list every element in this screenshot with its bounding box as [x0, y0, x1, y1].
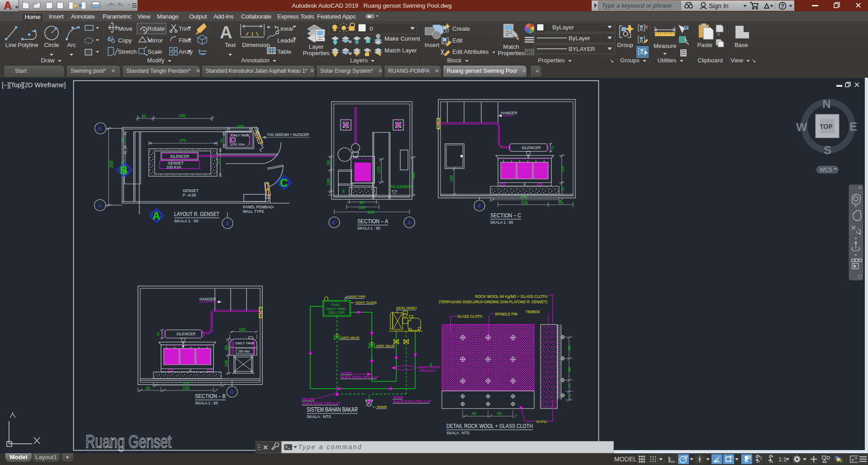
svg-text:INTAKE: INTAKE [341, 371, 352, 375]
svg-text:E: E [849, 120, 857, 133]
svg-text:SIGHT GLASS: SIGHT GLASS [356, 301, 377, 304]
svg-text:W: W [796, 120, 807, 134]
svg-text:90: 90 [360, 200, 364, 205]
svg-text:SKALA : NTS: SKALA : NTS [307, 414, 331, 419]
svg-text:DAILY TANK: DAILY TANK [235, 341, 254, 345]
svg-text:WALL TYPE: WALL TYPE [243, 209, 264, 214]
svg-text:TEMBOK: TEMBOK [526, 310, 540, 314]
svg-text:SECTION – C: SECTION – C [490, 212, 521, 219]
svg-text:A: A [4, 0, 11, 11]
svg-text:40: 40 [472, 411, 476, 416]
svg-text:300: 300 [109, 160, 114, 168]
svg-text:?: ? [781, 3, 784, 9]
svg-text:30: 30 [342, 189, 346, 193]
svg-text:125: 125 [560, 166, 565, 173]
svg-text:100: 100 [411, 172, 416, 179]
svg-text:C: C [280, 177, 288, 189]
svg-text:20: 20 [568, 394, 572, 398]
svg-text:Ruang Genset: Ruang Genset [85, 432, 171, 451]
svg-text:SILENCER: SILENCER [176, 332, 196, 336]
svg-text:40: 40 [567, 346, 572, 351]
svg-text:235: 235 [521, 200, 528, 205]
svg-text:31: 31 [156, 332, 160, 336]
svg-text:MODEL: MODEL [614, 456, 637, 463]
svg-text:250 liter: 250 liter [231, 142, 246, 146]
svg-text:60: 60 [559, 200, 563, 205]
svg-text:235: 235 [183, 386, 190, 390]
svg-text:Type a keyword or phrase: Type a keyword or phrase [602, 2, 672, 9]
svg-text:A: A [152, 210, 160, 222]
svg-text:100: 100 [449, 175, 454, 182]
svg-text:110: 110 [216, 159, 220, 164]
svg-text:4: 4 [230, 389, 233, 395]
svg-text:SECTION – B: SECTION – B [195, 393, 226, 399]
svg-text:S: S [824, 143, 831, 157]
svg-text:DRAIN: DRAIN [377, 405, 387, 409]
svg-text:DIESEL GENSET: DIESEL GENSET [396, 306, 417, 310]
svg-text:ROCK WOOL 64 Kg/M3 + GLASS CLO: ROCK WOOL 64 Kg/M3 + GLASS CLOTH [475, 294, 547, 299]
svg-text:RG.GENSET: RG.GENSET [390, 184, 413, 189]
svg-text:HANGER: HANGER [199, 297, 216, 301]
svg-text:DETAIL ROCK WOOL + GLASS CLOTH: DETAIL ROCK WOOL + GLASS CLOTH [446, 423, 533, 429]
svg-text:60: 60 [142, 114, 146, 118]
svg-text:SKALA 1 : 50: SKALA 1 : 50 [195, 401, 218, 405]
svg-text:SILENCER: SILENCER [522, 146, 541, 150]
svg-text:100: 100 [239, 327, 246, 332]
svg-text:4: 4 [478, 202, 481, 209]
svg-text:WCS: WCS [820, 167, 832, 173]
svg-text:HANGER: HANGER [501, 111, 517, 115]
svg-text:60: 60 [219, 139, 223, 143]
svg-text:GENSET: GENSET [183, 188, 199, 193]
svg-text:(TERPASANG DISELURUH DINDING D: (TERPASANG DISELURUH DINDING DAN PLAFOND… [439, 299, 547, 304]
svg-text:40: 40 [497, 411, 502, 416]
svg-text:GATE VALVE: GATE VALVE [376, 344, 395, 348]
svg-text:270: 270 [180, 138, 186, 143]
svg-text:1:1: 1:1 [778, 456, 787, 463]
svg-text:80: 80 [120, 138, 124, 142]
svg-text:100: 100 [224, 360, 228, 367]
svg-text:SKALA 1 : 50: SKALA 1 : 50 [174, 219, 199, 223]
svg-text:GLASS CLOTH: GLASS CLOTH [457, 314, 482, 319]
svg-text:40: 40 [567, 367, 572, 372]
svg-text:100: 100 [326, 178, 331, 185]
svg-text:110: 110 [359, 205, 365, 210]
svg-text:FAN 1500CMH + SILENCER: FAN 1500CMH + SILENCER [267, 132, 309, 137]
svg-text:A: A [408, 220, 411, 226]
svg-text:100 KVA: 100 KVA [166, 165, 181, 169]
svg-text:A': A' [98, 126, 102, 132]
svg-text:PANEL PEMBAGI: PANEL PEMBAGI [243, 205, 274, 209]
svg-text:A: A [98, 202, 102, 209]
svg-text:DAILY TANK: DAILY TANK [231, 133, 249, 137]
svg-text:250 liter: 250 liter [238, 349, 250, 353]
svg-text:SISTEM BAHAN BAKAR: SISTEM BAHAN BAKAR [307, 406, 358, 413]
svg-text:60: 60 [326, 160, 331, 165]
svg-text:BLACK STEEL PIPE ø 1/2": BLACK STEEL PIPE ø 1/2" [393, 400, 432, 403]
svg-text:GATE VALVE: GATE VALVE [341, 336, 360, 339]
svg-text:B: B [120, 164, 128, 176]
svg-text:60: 60 [224, 345, 228, 350]
svg-text:BLACK STEEL PIPE ø 1/2": BLACK STEEL PIPE ø 1/2" [302, 402, 341, 405]
svg-text:SPINDLE PIN: SPINDLE PIN [495, 312, 517, 316]
svg-text:P –0.00: P –0.00 [183, 193, 196, 197]
svg-text:31: 31 [550, 146, 555, 150]
svg-text:100: 100 [237, 124, 244, 129]
svg-text:A': A' [332, 220, 336, 226]
svg-text:10: 10 [568, 384, 572, 388]
svg-text:270: 270 [521, 195, 527, 200]
svg-text:300: 300 [367, 210, 374, 215]
svg-text:A: A [220, 23, 232, 42]
svg-text:235: 235 [179, 113, 185, 118]
svg-text:SECTION – A: SECTION – A [357, 218, 389, 225]
svg-text:Sign In: Sign In [709, 2, 729, 9]
svg-text:SILENCER: SILENCER [170, 154, 190, 159]
svg-text:DRAIN: DRAIN [393, 396, 403, 399]
svg-text:LAYOUT R. GENSET: LAYOUT R. GENSET [174, 211, 219, 217]
svg-text:PIPE ø 1/2": PIPE ø 1/2" [419, 369, 436, 372]
svg-text:SKALA 1 : 50: SKALA 1 : 50 [357, 226, 380, 230]
svg-text:0: 0 [370, 25, 373, 32]
svg-text:SKALA 1 : 50: SKALA 1 : 50 [490, 220, 513, 225]
svg-text:SKALA : NTS: SKALA : NTS [446, 431, 470, 435]
svg-text:RETURN: RETURN [302, 398, 315, 401]
svg-text:270: 270 [183, 381, 190, 385]
svg-text:30: 30 [561, 187, 565, 191]
